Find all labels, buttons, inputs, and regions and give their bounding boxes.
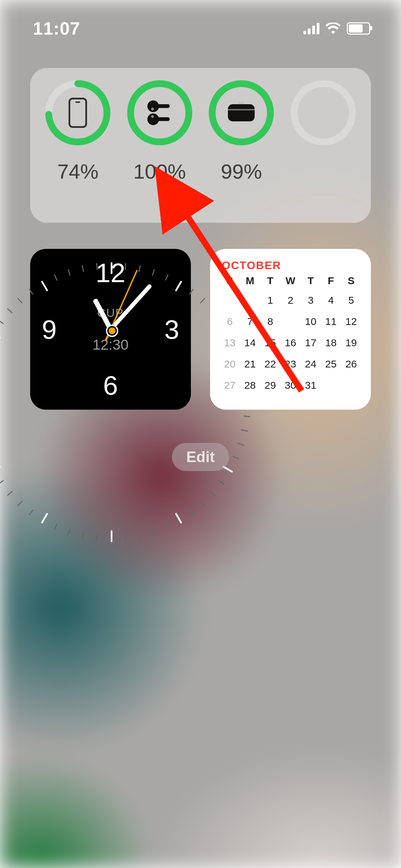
calendar-dow: T	[260, 275, 280, 287]
calendar-grid: SMTWTFS123456789101112131415161718192021…	[220, 275, 361, 393]
calendar-day: 15	[260, 335, 280, 351]
calendar-day: 19	[341, 335, 361, 351]
status-time: 11:07	[33, 18, 80, 39]
calendar-day	[240, 292, 260, 308]
calendar-dow: S	[220, 275, 240, 287]
calendar-day: 13	[220, 335, 240, 351]
batteries-widget[interactable]: 74%100%99%	[30, 68, 371, 223]
svg-rect-7	[156, 104, 170, 108]
calendar-day: 30	[280, 377, 301, 393]
airpods-case-icon	[228, 104, 255, 121]
calendar-day: 8	[260, 314, 280, 329]
calendar-day: 28	[240, 377, 260, 393]
edit-button-label: Edit	[186, 448, 215, 465]
status-indicators	[303, 22, 370, 35]
svg-rect-5	[156, 117, 170, 121]
clock-face: 12 3 6 9 CUP 12:30	[38, 256, 183, 402]
clock-numeral-12: 12	[96, 257, 125, 289]
cellular-signal-icon	[303, 23, 319, 34]
edit-button[interactable]: Edit	[172, 443, 229, 471]
calendar-day: 11	[321, 314, 341, 329]
calendar-dow: S	[341, 275, 361, 287]
calendar-day: 10	[301, 314, 321, 329]
battery-percent-label: 99%	[221, 160, 262, 183]
battery-icon	[347, 22, 370, 35]
calendar-day: 22	[260, 356, 280, 372]
calendar-day: 25	[321, 356, 341, 372]
calendar-day: 20	[220, 356, 240, 372]
calendar-day	[220, 292, 240, 308]
iphone-icon	[69, 98, 87, 128]
calendar-day: 6	[220, 314, 240, 329]
calendar-month-label: OCTOBER	[222, 259, 361, 272]
clock-numeral-6: 6	[103, 370, 118, 401]
calendar-day: 27	[220, 377, 240, 393]
calendar-dow: M	[240, 275, 260, 287]
calendar-day: 7	[240, 314, 260, 329]
calendar-day: 14	[240, 335, 260, 351]
wifi-icon	[326, 23, 341, 34]
airpods-icon	[146, 99, 173, 127]
calendar-day: 18	[321, 335, 341, 351]
calendar-day: 31	[301, 377, 321, 393]
calendar-day: 5	[341, 292, 361, 308]
calendar-dow: F	[321, 275, 341, 287]
calendar-day: 16	[280, 335, 301, 351]
calendar-day: 3	[301, 292, 321, 308]
calendar-day	[321, 377, 341, 393]
battery-percent-label: 74%	[57, 160, 98, 183]
battery-percent-label: 100%	[133, 160, 186, 183]
calendar-day-today: 9	[280, 314, 301, 329]
clock-numeral-9: 9	[42, 314, 57, 345]
clock-numeral-3: 3	[165, 314, 179, 345]
battery-item-2: 99%	[205, 80, 277, 183]
calendar-day: 29	[260, 377, 280, 393]
calendar-day: 24	[301, 356, 321, 372]
calendar-day: 26	[341, 356, 361, 372]
calendar-dow: T	[301, 275, 321, 287]
calendar-day: 21	[240, 356, 260, 372]
calendar-day: 4	[321, 292, 341, 308]
calendar-day: 23	[280, 356, 301, 372]
clock-widget[interactable]: 12 3 6 9 CUP 12:30	[30, 249, 191, 410]
calendar-day: 1	[260, 292, 280, 308]
calendar-day: 2	[280, 292, 301, 308]
battery-fill	[349, 24, 363, 33]
calendar-widget[interactable]: OCTOBER SMTWTFS1234567891011121314151617…	[210, 249, 371, 410]
clock-digital-time: 12:30	[93, 337, 129, 353]
battery-item-0: 74%	[42, 80, 114, 183]
calendar-dow: W	[280, 275, 301, 287]
battery-item-1: 100%	[124, 80, 196, 183]
calendar-day: 17	[301, 335, 321, 351]
clock-center-pivot	[107, 326, 117, 336]
calendar-day: 12	[341, 314, 361, 329]
battery-item-3	[287, 80, 359, 160]
status-bar: 11:07	[0, 13, 401, 44]
calendar-day	[341, 377, 361, 393]
